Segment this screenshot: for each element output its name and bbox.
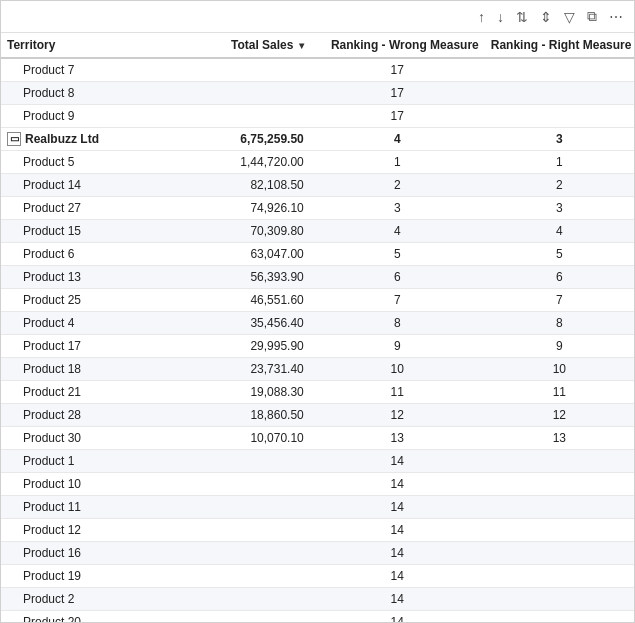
row-wrong: 7 — [310, 289, 485, 312]
sort-asc-icon[interactable]: ↑ — [475, 7, 488, 27]
row-wrong: 5 — [310, 243, 485, 266]
row-right: 3 — [485, 197, 634, 220]
row-wrong: 14 — [310, 473, 485, 496]
row-territory: Product 28 — [1, 404, 171, 427]
row-sales: 19,088.30 — [171, 381, 310, 404]
row-wrong: 3 — [310, 197, 485, 220]
row-wrong: 14 — [310, 588, 485, 611]
filter-icon[interactable]: ▽ — [561, 7, 578, 27]
row-wrong: 17 — [310, 58, 485, 82]
row-right — [485, 473, 634, 496]
row-right: 9 — [485, 335, 634, 358]
row-territory: Product 6 — [1, 243, 171, 266]
toolbar: ↑ ↓ ⇅ ⇕ ▽ ⧉ ⋯ — [1, 1, 634, 33]
row-right — [485, 519, 634, 542]
row-right: 13 — [485, 427, 634, 450]
row-sales: 29,995.90 — [171, 335, 310, 358]
main-container: ↑ ↓ ⇅ ⇕ ▽ ⧉ ⋯ Territory Total Sales ▾ — [0, 0, 635, 623]
row-wrong: 10 — [310, 358, 485, 381]
row-sales: 63,047.00 — [171, 243, 310, 266]
row-right — [485, 542, 634, 565]
row-right: 8 — [485, 312, 634, 335]
table-row: Product 1114 — [1, 496, 634, 519]
row-sales — [171, 82, 310, 105]
row-right: 7 — [485, 289, 634, 312]
row-territory: Product 30 — [1, 427, 171, 450]
table-row: Product 2014 — [1, 611, 634, 623]
collapse-icon[interactable]: ▭ — [7, 132, 21, 146]
table-row: Product 435,456.4088 — [1, 312, 634, 335]
table-row: Product 663,047.0055 — [1, 243, 634, 266]
row-sales: 70,309.80 — [171, 220, 310, 243]
table-row: Product 1214 — [1, 519, 634, 542]
table-row: Product 1823,731.401010 — [1, 358, 634, 381]
row-territory: Product 7 — [1, 58, 171, 82]
row-territory: Product 19 — [1, 565, 171, 588]
row-right: 2 — [485, 174, 634, 197]
row-right — [485, 58, 634, 82]
row-wrong: 14 — [310, 542, 485, 565]
row-territory: Product 21 — [1, 381, 171, 404]
col-header-total-sales[interactable]: Total Sales ▾ — [171, 33, 310, 58]
row-territory: Product 11 — [1, 496, 171, 519]
table-row: Product 214 — [1, 588, 634, 611]
table-row: Product 817 — [1, 82, 634, 105]
row-right: 6 — [485, 266, 634, 289]
group-territory: ▭Realbuzz Ltd — [1, 128, 171, 150]
sort-both-icon[interactable]: ⇅ — [513, 7, 531, 27]
table-row: Product 717 — [1, 58, 634, 82]
table-row: Product 1729,995.9099 — [1, 335, 634, 358]
row-wrong: 14 — [310, 450, 485, 473]
row-sales: 23,731.40 — [171, 358, 310, 381]
row-right — [485, 82, 634, 105]
row-sales — [171, 542, 310, 565]
more-icon[interactable]: ⋯ — [606, 7, 626, 27]
row-wrong: 14 — [310, 519, 485, 542]
table-row: Product 114 — [1, 450, 634, 473]
row-sales — [171, 105, 310, 128]
col-header-territory[interactable]: Territory — [1, 33, 171, 58]
col-header-ranking-right[interactable]: Ranking - Right Measure — [485, 33, 634, 58]
row-sales — [171, 58, 310, 82]
table-row: Product 1914 — [1, 565, 634, 588]
row-territory: Product 5 — [1, 151, 171, 174]
row-right — [485, 450, 634, 473]
row-sales: 82,108.50 — [171, 174, 310, 197]
row-sales: 56,393.90 — [171, 266, 310, 289]
table-icon[interactable]: ⧉ — [584, 6, 600, 27]
row-territory: Product 12 — [1, 519, 171, 542]
expand-icon[interactable]: ⇕ — [537, 7, 555, 27]
table-header-row: Territory Total Sales ▾ Ranking - Wrong … — [1, 33, 634, 58]
row-wrong: 13 — [310, 427, 485, 450]
row-wrong: 14 — [310, 611, 485, 623]
row-territory: Product 20 — [1, 611, 171, 623]
row-wrong: 11 — [310, 381, 485, 404]
row-right — [485, 611, 634, 623]
row-wrong: 8 — [310, 312, 485, 335]
sort-desc-icon[interactable]: ↓ — [494, 7, 507, 27]
row-wrong: 17 — [310, 105, 485, 128]
row-sales — [171, 496, 310, 519]
row-sales: 18,860.50 — [171, 404, 310, 427]
row-right: 11 — [485, 381, 634, 404]
row-right: 12 — [485, 404, 634, 427]
row-right: 10 — [485, 358, 634, 381]
row-sales — [171, 588, 310, 611]
table-wrapper[interactable]: Territory Total Sales ▾ Ranking - Wrong … — [1, 33, 634, 622]
row-territory: Product 25 — [1, 289, 171, 312]
row-wrong: 1 — [310, 151, 485, 174]
row-territory: Product 16 — [1, 542, 171, 565]
row-territory: Product 1 — [1, 450, 171, 473]
row-right — [485, 588, 634, 611]
row-sales: 46,551.60 — [171, 289, 310, 312]
group-sales: 6,75,259.50 — [171, 128, 310, 151]
table-row: Product 1482,108.5022 — [1, 174, 634, 197]
row-territory: Product 18 — [1, 358, 171, 381]
row-right — [485, 496, 634, 519]
row-wrong: 14 — [310, 565, 485, 588]
row-wrong: 14 — [310, 496, 485, 519]
table-row: Product 2546,551.6077 — [1, 289, 634, 312]
row-wrong: 4 — [310, 220, 485, 243]
col-header-ranking-wrong[interactable]: Ranking - Wrong Measure — [310, 33, 485, 58]
row-sales: 74,926.10 — [171, 197, 310, 220]
